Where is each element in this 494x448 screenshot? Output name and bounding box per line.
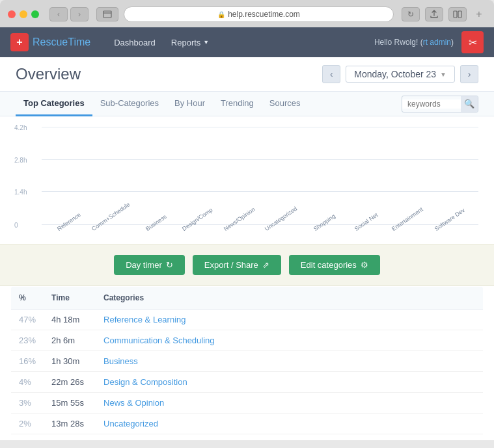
time-cell: 15m 55s [44,393,96,414]
svg-rect-2 [454,11,457,18]
edit-categories-button[interactable]: Edit categories ⚙ [289,255,380,275]
date-display: Monday, October 23 ▼ [346,66,455,83]
url-text: help.rescuetime.com [228,10,300,19]
pct-cell: 2% [11,434,44,441]
main-content: Overview ‹ Monday, October 23 ▼ › Top Ca… [0,57,494,440]
gear-icon: ⚙ [361,260,368,270]
bar-chart: 4.2h 2.8h 1.4h 0 [16,127,478,244]
category-cell: Business [96,351,483,372]
keyword-input[interactable] [402,99,461,109]
reload-button[interactable]: ↻ [402,7,420,21]
top-navigation: + RescueTime Dashboard Reports ▼ Hello R… [0,27,494,57]
tab-sources[interactable]: Sources [262,92,309,116]
tab-top-categories[interactable]: Top Categories [16,92,92,116]
tab-by-hour[interactable]: By Hour [167,92,213,116]
keyword-search: 🔍 [402,96,478,112]
tab-bar: Top Categories Sub-Categories By Hour Tr… [0,92,494,116]
data-table-container: % Time Categories 47% 4h 18m Reference &… [0,286,494,440]
tab-trending[interactable]: Trending [213,92,262,116]
lock-icon: 🔒 [217,11,225,18]
table-row: 2% 13m 28s Uncategorized [11,414,484,434]
traffic-lights [8,10,39,18]
category-link[interactable]: Reference & Learning [103,315,185,324]
categories-table: % Time Categories 47% 4h 18m Reference &… [10,286,484,440]
minimize-button[interactable] [20,10,27,18]
pct-cell: 3% [11,393,44,414]
reports-nav-link[interactable]: Reports ▼ [163,27,217,57]
share-button[interactable] [425,7,443,21]
table-row: 4% 22m 26s Design & Composition [11,372,484,393]
category-link[interactable]: News & Opinion [103,398,164,408]
search-button[interactable]: 🔍 [461,96,478,112]
time-cell: 1h 30m [44,351,96,372]
tools-button[interactable]: ✂ [461,31,484,53]
category-link[interactable]: Uncategorized [103,419,158,428]
categories-header: Categories [96,287,483,310]
pct-cell: 2% [11,414,44,434]
user-greeting: Hello Rwolg! (rt admin) [374,38,454,47]
overview-header: Overview ‹ Monday, October 23 ▼ › [0,57,494,92]
add-tab-button[interactable]: + [472,7,486,21]
next-date-button[interactable]: › [460,65,478,83]
dashboard-nav-link[interactable]: Dashboard [106,27,163,57]
new-tab-button[interactable] [448,7,467,21]
export-share-button[interactable]: Export / Share ⇗ [193,255,281,275]
table-row: 16% 1h 30m Business [11,351,484,372]
category-cell: Shopping [96,434,483,441]
time-cell: 4h 18m [44,310,96,330]
category-link[interactable]: Shopping [103,440,139,440]
address-bar[interactable]: 🔒 help.rescuetime.com [124,7,394,22]
category-cell: Reference & Learning [96,310,483,330]
svg-rect-0 [103,11,111,18]
logo-text: RescueTime [33,36,90,48]
logo-icon: + [10,33,29,51]
back-button[interactable]: ‹ [49,7,68,21]
time-header: Time [44,287,96,310]
day-timer-button[interactable]: Day timer ↻ [114,255,185,275]
share-icon: ⇗ [262,260,269,270]
day-timer-icon: ↻ [166,260,173,270]
svg-rect-3 [458,11,461,18]
pct-cell: 16% [11,351,44,372]
window-layout-button[interactable] [96,7,118,21]
time-cell: 22m 26s [44,372,96,393]
category-cell: Uncategorized [96,414,483,434]
category-cell: Design & Composition [96,372,483,393]
pct-cell: 23% [11,330,44,351]
action-buttons: Day timer ↻ Export / Share ⇗ Edit catego… [0,244,494,286]
table-row: 3% 15m 55s News & Opinion [11,393,484,414]
date-navigation: ‹ Monday, October 23 ▼ › [322,65,478,83]
tab-sub-categories[interactable]: Sub-Categories [92,92,167,116]
table-row: 23% 2h 6m Communication & Scheduling [11,330,484,351]
pct-cell: 47% [11,310,44,330]
category-cell: News & Opinion [96,393,483,414]
admin-link[interactable]: rt admin [423,38,451,47]
prev-date-button[interactable]: ‹ [322,65,340,83]
close-button[interactable] [8,10,16,18]
category-link[interactable]: Design & Composition [103,377,187,387]
table-row: 2% 9m 40s Shopping [11,434,484,441]
category-link[interactable]: Business [103,356,138,366]
chart-area: 4.2h 2.8h 1.4h 0 [0,116,494,244]
forward-button[interactable]: › [70,7,89,21]
logo: + RescueTime [10,33,90,51]
date-dropdown-arrow: ▼ [440,71,446,78]
time-cell: 13m 28s [44,414,96,434]
bars [42,127,478,224]
reports-dropdown-arrow: ▼ [203,39,209,46]
category-link[interactable]: Communication & Scheduling [103,336,215,345]
bar-labels: Reference Comm+Schedule Business Design/… [42,224,478,244]
table-row: 47% 4h 18m Reference & Learning [11,310,484,330]
fullscreen-button[interactable] [31,10,39,18]
category-cell: Communication & Scheduling [96,330,483,351]
time-cell: 9m 40s [44,434,96,441]
page-title: Overview [16,65,322,83]
time-cell: 2h 6m [44,330,96,351]
pct-cell: 4% [11,372,44,393]
pct-header: % [11,287,44,310]
